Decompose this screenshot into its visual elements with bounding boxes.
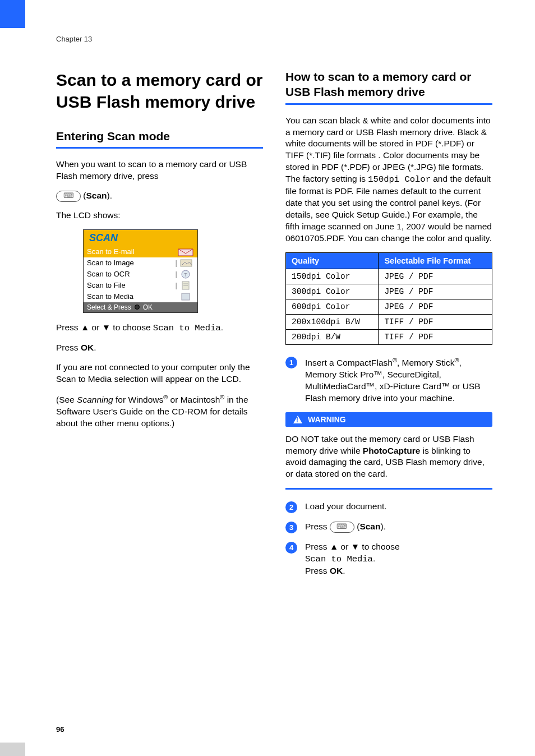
paragraph: Press OK. (56, 342, 263, 354)
cell: 150dpi Color (286, 269, 379, 284)
scan-label: Scan (359, 522, 380, 531)
step-1: 1 Insert a CompactFlash®, Memory Stick®,… (285, 356, 492, 404)
text: to choose (110, 322, 153, 332)
scan-key-icon: ⌨ (56, 191, 81, 202)
paragraph: If you are not connected to your compute… (56, 362, 263, 385)
side-tab-top (0, 0, 25, 28)
bold: PhotoCapture (363, 446, 420, 455)
lcd-display: SCAN Scan to E-mail Scan to Image | Scan… (83, 229, 198, 313)
lcd-item: Scan to Media (84, 291, 197, 302)
sub-heading-entering-scan-mode: Entering Scan mode (56, 128, 263, 144)
col-header-format: Selectable File Format (379, 252, 492, 269)
step-body: Press ⌨ (Scan). (305, 521, 386, 533)
col-header-quality: Quality (286, 252, 379, 269)
lcd-item-label: Scan to Media (87, 292, 177, 301)
chapter-label: Chapter 13 (56, 35, 492, 43)
step-number: 2 (285, 501, 297, 513)
heading-rule (285, 103, 492, 105)
lcd-footer-text: Select & Press (87, 303, 131, 311)
text: to choose (359, 542, 400, 551)
step-number: 4 (285, 542, 297, 554)
step-body: Insert a CompactFlash®, Memory Stick®, M… (305, 356, 492, 404)
mono-value: Scan to Media (305, 554, 373, 564)
cell: TIFF / PDF (379, 329, 492, 344)
up-arrow-icon: ▲ (330, 542, 338, 551)
paragraph: The LCD shows: (56, 210, 263, 222)
scan-key-icon: ⌨ (330, 522, 354, 533)
table-row: 150dpi ColorJPEG / PDF (286, 269, 492, 284)
cell: JPEG / PDF (379, 299, 492, 314)
registered-mark: ® (393, 357, 397, 363)
heading-rule (56, 147, 263, 149)
right-column: How to scan to a memory card or USB Flas… (285, 52, 492, 585)
table-row: 300dpi ColorJPEG / PDF (286, 284, 492, 299)
svg-marker-0 (178, 249, 193, 256)
down-arrow-icon: ▼ (351, 542, 359, 551)
ok-dot-icon (135, 305, 140, 310)
lcd-footer-ok: OK (143, 303, 153, 311)
svg-rect-7 (182, 293, 190, 300)
lcd-title: SCAN (84, 230, 197, 246)
up-arrow-icon: ▲ (81, 322, 89, 332)
text: Press (305, 566, 330, 575)
warning-label: WARNING (308, 415, 346, 424)
lcd-item: Scan to File | (84, 280, 197, 291)
lcd-item-label: Scan to OCR (87, 270, 176, 278)
page: Chapter 13 Scan to a memory card or USB … (0, 0, 535, 756)
text: (See (56, 395, 77, 404)
emphasis: Scanning (77, 395, 113, 404)
table-row: 200dpi B/WTIFF / PDF (286, 329, 492, 344)
lcd-item-label: Scan to E-mail (87, 247, 177, 256)
text: You can scan black & white and color doc… (285, 116, 491, 184)
warning-rule (285, 488, 492, 490)
quality-table: Quality Selectable File Format 150dpi Co… (285, 252, 492, 345)
paragraph: (See Scanning for Windows® or Macintosh®… (56, 393, 263, 430)
warning-exclamation-icon: ! (296, 416, 298, 424)
table-row: 600dpi ColorJPEG / PDF (286, 299, 492, 314)
down-arrow-icon: ▼ (102, 322, 110, 332)
paragraph: Press ▲ or ▼ to choose Scan to Media. (56, 322, 263, 334)
image-icon (177, 258, 194, 268)
page-number: 96 (56, 725, 64, 734)
scan-label: Scan (86, 191, 107, 200)
left-column: Scan to a memory card or USB Flash memor… (56, 52, 263, 585)
media-icon (177, 292, 194, 302)
sub-heading-how-to-scan: How to scan to a memory card or USB Flas… (285, 69, 492, 100)
warning-text: DO NOT take out the memory card or USB F… (285, 434, 492, 481)
mono-value: Scan to Media (153, 323, 221, 333)
paragraph: You can scan black & white and color doc… (285, 115, 492, 245)
text: When you want to scan to a memory card o… (56, 159, 247, 181)
paragraph: ⌨ (Scan). (56, 190, 263, 202)
cell: TIFF / PDF (379, 314, 492, 329)
cell: 600dpi Color (286, 299, 379, 314)
text: or Macintosh (168, 395, 220, 404)
cell: 200x100dpi B/W (286, 314, 379, 329)
lcd-footer: Select & Press OK (84, 302, 197, 312)
step-body: Press ▲ or ▼ to choose Scan to Media. Pr… (305, 541, 400, 577)
text: , Memory Stick (397, 358, 454, 367)
cell: JPEG / PDF (379, 284, 492, 299)
text: for Windows (113, 395, 164, 404)
text: Press (305, 522, 330, 531)
table-row: 200x100dpi B/WTIFF / PDF (286, 314, 492, 329)
text: Press (305, 542, 330, 551)
step-number: 1 (285, 357, 297, 368)
text: Press (56, 322, 81, 332)
cell: 300dpi Color (286, 284, 379, 299)
lcd-item-label: Scan to Image (87, 259, 176, 267)
warning-header: ! WARNING (285, 412, 492, 427)
step-4: 4 Press ▲ or ▼ to choose Scan to Media. … (285, 541, 492, 577)
mono-value: 150dpi Color (368, 174, 431, 185)
text: Insert a CompactFlash (305, 358, 393, 367)
cell: JPEG / PDF (379, 269, 492, 284)
ok-label: OK (81, 343, 94, 352)
side-tab-bottom (0, 743, 25, 756)
step-2: 2 Load your document. (285, 501, 492, 513)
lcd-item: Scan to OCR | T (84, 269, 197, 280)
step-number: 3 (285, 522, 297, 533)
lcd-item-selected: Scan to E-mail (84, 246, 197, 257)
svg-text:T: T (184, 272, 187, 278)
step-3: 3 Press ⌨ (Scan). (285, 521, 492, 533)
step-body: Load your document. (305, 501, 387, 513)
ocr-icon: T (177, 269, 194, 279)
